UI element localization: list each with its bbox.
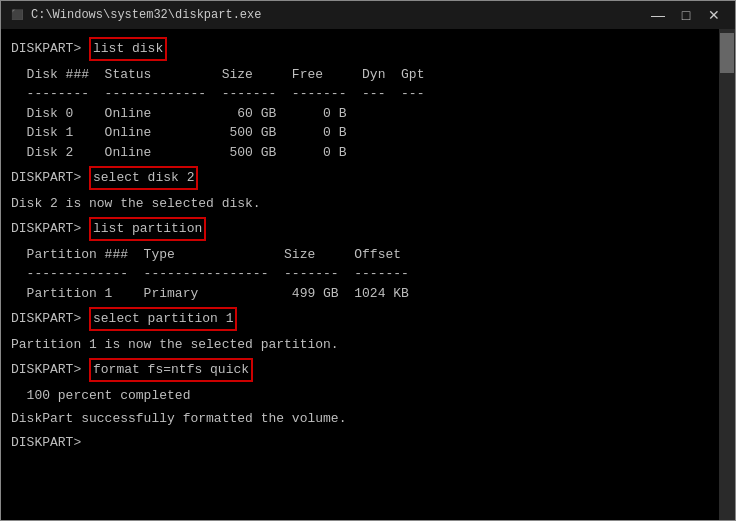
prompt-text: DISKPART> xyxy=(11,39,89,59)
prompt-text: DISKPART> xyxy=(11,219,89,239)
line-text: Disk 0 Online 60 GB 0 B xyxy=(11,104,346,124)
terminal-body[interactable]: DISKPART> list disk Disk ### Status Size… xyxy=(1,29,735,520)
terminal-line: Disk 2 Online 500 GB 0 B xyxy=(11,143,707,163)
minimize-button[interactable]: — xyxy=(645,5,671,25)
terminal-line: ------------- ---------------- ------- -… xyxy=(11,264,707,284)
terminal-line: Disk 0 Online 60 GB 0 B xyxy=(11,104,707,124)
terminal-line: Disk 2 is now the selected disk. xyxy=(11,194,707,214)
line-text: -------- ------------- ------- ------- -… xyxy=(11,84,424,104)
prompt-line: DISKPART> format fs=ntfs quick xyxy=(11,358,707,382)
terminal-line: -------- ------------- ------- ------- -… xyxy=(11,84,707,104)
command-text: select disk 2 xyxy=(89,166,198,190)
scrollbar-thumb[interactable] xyxy=(720,33,734,73)
terminal-line: Disk ### Status Size Free Dyn Gpt xyxy=(11,65,707,85)
title-bar-controls: — □ ✕ xyxy=(645,5,727,25)
command-text: list disk xyxy=(89,37,167,61)
prompt-text: DISKPART> xyxy=(11,433,89,453)
terminal-line: Disk 1 Online 500 GB 0 B xyxy=(11,123,707,143)
command-text: list partition xyxy=(89,217,206,241)
line-text: DiskPart successfully formatted the volu… xyxy=(11,409,346,429)
scrollbar[interactable] xyxy=(719,29,735,520)
prompt-text: DISKPART> xyxy=(11,360,89,380)
close-button[interactable]: ✕ xyxy=(701,5,727,25)
prompt-line: DISKPART> list disk xyxy=(11,37,707,61)
terminal-line: Partition 1 Primary 499 GB 1024 KB xyxy=(11,284,707,304)
terminal-line: 100 percent completed xyxy=(11,386,707,406)
line-text: Partition 1 Primary 499 GB 1024 KB xyxy=(11,284,409,304)
terminal-line: Partition ### Type Size Offset xyxy=(11,245,707,265)
terminal-line: DiskPart successfully formatted the volu… xyxy=(11,409,707,429)
prompt-line: DISKPART> select disk 2 xyxy=(11,166,707,190)
line-text: Disk 1 Online 500 GB 0 B xyxy=(11,123,346,143)
terminal-line: Partition 1 is now the selected partitio… xyxy=(11,335,707,355)
title-bar-left: ⬛ C:\Windows\system32\diskpart.exe xyxy=(9,7,261,23)
command-text: format fs=ntfs quick xyxy=(89,358,253,382)
terminal-content: DISKPART> list disk Disk ### Status Size… xyxy=(11,37,725,512)
prompt-line: DISKPART> list partition xyxy=(11,217,707,241)
line-text: 100 percent completed xyxy=(11,386,190,406)
maximize-button[interactable]: □ xyxy=(673,5,699,25)
line-text: Partition 1 is now the selected partitio… xyxy=(11,335,339,355)
line-text: Disk ### Status Size Free Dyn Gpt xyxy=(11,65,424,85)
prompt-text: DISKPART> xyxy=(11,168,89,188)
line-text: Partition ### Type Size Offset xyxy=(11,245,401,265)
window: ⬛ C:\Windows\system32\diskpart.exe — □ ✕… xyxy=(0,0,736,521)
app-icon: ⬛ xyxy=(9,7,25,23)
window-title: C:\Windows\system32\diskpart.exe xyxy=(31,8,261,22)
prompt-text: DISKPART> xyxy=(11,309,89,329)
line-text: ------------- ---------------- ------- -… xyxy=(11,264,409,284)
command-text: select partition 1 xyxy=(89,307,237,331)
line-text: Disk 2 is now the selected disk. xyxy=(11,194,261,214)
title-bar: ⬛ C:\Windows\system32\diskpart.exe — □ ✕ xyxy=(1,1,735,29)
prompt-only-line: DISKPART> xyxy=(11,433,707,453)
prompt-line: DISKPART> select partition 1 xyxy=(11,307,707,331)
line-text: Disk 2 Online 500 GB 0 B xyxy=(11,143,346,163)
